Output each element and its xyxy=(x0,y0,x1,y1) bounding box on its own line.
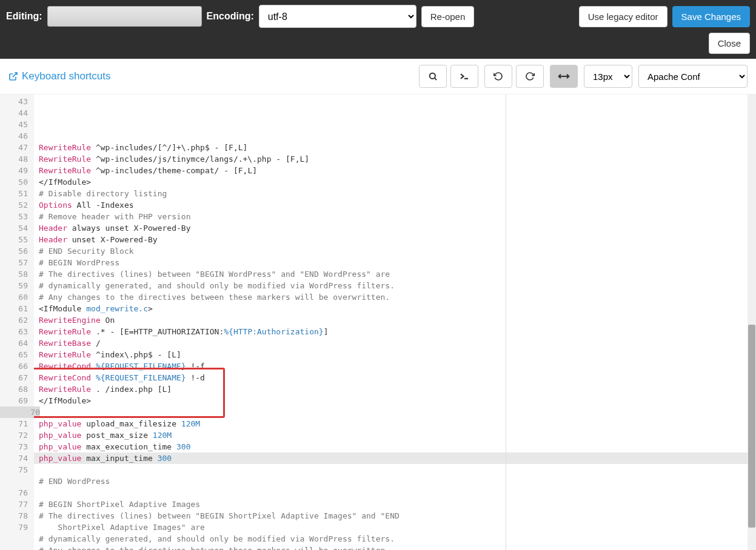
line-number: 75 xyxy=(0,464,28,475)
line-number: 51 xyxy=(0,188,28,199)
line-number: 77 xyxy=(0,499,28,510)
code-line[interactable]: # END Security Block xyxy=(39,245,756,257)
encoding-select[interactable]: utf-8 xyxy=(259,5,416,28)
code-editor[interactable]: RewriteRule ^wp-includes/[^/]+\.php$ - [… xyxy=(34,94,756,550)
line-number: 57 xyxy=(0,257,28,268)
code-line[interactable]: Header unset X-Powered-By xyxy=(39,234,756,245)
code-line[interactable] xyxy=(39,464,756,475)
arrows-horizontal-icon xyxy=(558,73,570,80)
scrollbar-thumb[interactable] xyxy=(748,325,755,528)
line-number: 71 xyxy=(0,418,28,429)
code-line[interactable]: # Any changes to the directives between … xyxy=(39,291,756,303)
editing-label: Editing: xyxy=(6,11,42,22)
line-number: 43 xyxy=(0,96,28,107)
reopen-button[interactable]: Re-open xyxy=(421,6,475,27)
code-line[interactable]: RewriteRule ^wp-includes/js/tinymce/lang… xyxy=(39,153,756,165)
line-number: 58 xyxy=(0,268,28,280)
code-line[interactable]: # Disable directory listing xyxy=(39,188,756,199)
code-line[interactable]: </IfModule> xyxy=(39,395,756,406)
line-number: 56 xyxy=(0,245,28,257)
code-line[interactable]: RewriteRule ^index\.php$ - [L] xyxy=(39,349,756,360)
line-number: 68 xyxy=(0,383,28,395)
vertical-scrollbar[interactable] xyxy=(748,94,756,550)
code-line[interactable]: RewriteRule .* - [E=HTTP_AUTHORIZATION:%… xyxy=(39,326,756,337)
undo-button[interactable] xyxy=(484,65,512,88)
code-line[interactable]: # Remove header with PHP version xyxy=(39,211,756,222)
code-line[interactable]: RewriteCond %{REQUEST_FILENAME} !-f xyxy=(39,360,756,372)
code-line[interactable]: <IfModule mod_rewrite.c> xyxy=(39,303,756,314)
line-number: 73 xyxy=(0,441,28,452)
editor-vertical-guide xyxy=(506,94,506,550)
line-number: 47 xyxy=(0,142,28,153)
legacy-editor-button[interactable]: Use legacy editor xyxy=(579,6,667,27)
line-number: 46 xyxy=(0,130,28,142)
code-line[interactable]: # dynamically generated, and should only… xyxy=(39,280,756,291)
keyboard-shortcuts-link[interactable]: Keyboard shortcuts xyxy=(8,70,110,82)
code-line[interactable]: </IfModule> xyxy=(39,176,756,188)
font-size-select[interactable]: 13px xyxy=(584,65,632,88)
code-line[interactable]: # BEGIN ShortPixel Adaptive Images xyxy=(39,499,756,510)
line-number: 59 xyxy=(0,280,28,291)
line-number: 61 xyxy=(0,303,28,314)
line-number: 74 xyxy=(0,452,28,464)
editor-container: 4344454647484950515253545556575859606162… xyxy=(0,94,756,550)
code-line[interactable]: RewriteBase / xyxy=(39,337,756,349)
line-number: 65 xyxy=(0,349,28,360)
line-number: 60 xyxy=(0,291,28,303)
external-link-icon xyxy=(8,71,18,81)
encoding-label: Encoding: xyxy=(207,11,254,22)
line-number: 62 xyxy=(0,314,28,326)
line-number: 72 xyxy=(0,429,28,441)
svg-line-0 xyxy=(13,73,17,77)
code-line[interactable]: RewriteEngine On xyxy=(39,314,756,326)
line-number: 48 xyxy=(0,153,28,165)
code-line[interactable]: # The directives (lines) between "BEGIN … xyxy=(39,268,756,280)
line-number: 63 xyxy=(0,326,28,337)
editing-filename-input[interactable] xyxy=(47,6,202,27)
code-line[interactable]: RewriteRule ^wp-includes/[^/]+\.php$ - [… xyxy=(39,142,756,153)
line-number: 76 xyxy=(0,487,28,499)
line-number: 44 xyxy=(0,107,28,119)
save-changes-button[interactable]: Save Changes xyxy=(672,6,750,27)
line-number: 54 xyxy=(0,222,28,234)
code-line[interactable]: # BEGIN WordPress xyxy=(39,257,756,268)
line-number: 67 xyxy=(0,372,28,383)
redo-button[interactable] xyxy=(516,65,544,88)
line-number: 79 xyxy=(0,522,28,533)
code-line[interactable]: ShortPixel Adaptive Images" are xyxy=(39,522,756,533)
terminal-button[interactable] xyxy=(450,65,478,88)
undo-icon xyxy=(493,71,503,81)
search-button[interactable] xyxy=(419,65,447,88)
wrap-toggle-button[interactable] xyxy=(550,65,578,88)
editor-toolbar: Keyboard shortcuts 13px Apache Conf xyxy=(0,59,756,94)
header-bar: Editing: Encoding: utf-8 Re-open Use leg… xyxy=(0,0,756,59)
line-number: 53 xyxy=(0,211,28,222)
code-line[interactable]: Options All -Indexes xyxy=(39,199,756,211)
code-line[interactable]: RewriteCond %{REQUEST_FILENAME} !-d xyxy=(39,372,756,383)
redo-icon xyxy=(525,71,535,81)
syntax-select[interactable]: Apache Conf xyxy=(638,65,748,88)
code-line[interactable]: php_value max_execution_time 300 xyxy=(39,441,756,452)
code-line[interactable]: RewriteRule . /index.php [L] xyxy=(39,383,756,395)
code-line[interactable]: Header always unset X-Powered-By xyxy=(39,222,756,234)
line-number-gutter: 4344454647484950515253545556575859606162… xyxy=(0,94,34,550)
svg-line-2 xyxy=(435,78,437,80)
code-line[interactable]: # Any changes to the directives between … xyxy=(39,545,756,550)
line-number: 78 xyxy=(0,510,28,522)
line-number: 50 xyxy=(0,176,28,188)
code-line[interactable]: # END WordPress xyxy=(39,475,756,487)
code-line[interactable]: php_value max_input_time 300 xyxy=(34,452,756,464)
search-icon xyxy=(428,71,438,81)
close-button[interactable]: Close xyxy=(709,33,750,54)
line-number: 64 xyxy=(0,337,28,349)
code-line[interactable] xyxy=(39,406,756,418)
code-line[interactable] xyxy=(39,487,756,499)
code-line[interactable]: php_value upload_max_filesize 120M xyxy=(39,418,756,429)
code-line[interactable]: # The directives (lines) between "BEGIN … xyxy=(39,510,756,522)
code-line[interactable]: RewriteRule ^wp-includes/theme-compat/ -… xyxy=(39,165,756,176)
svg-point-1 xyxy=(430,73,435,79)
line-number: 66 xyxy=(0,360,28,372)
code-line[interactable]: php_value post_max_size 120M xyxy=(39,429,756,441)
code-line[interactable]: # dynamically generated, and should only… xyxy=(39,533,756,545)
line-number xyxy=(0,475,28,487)
